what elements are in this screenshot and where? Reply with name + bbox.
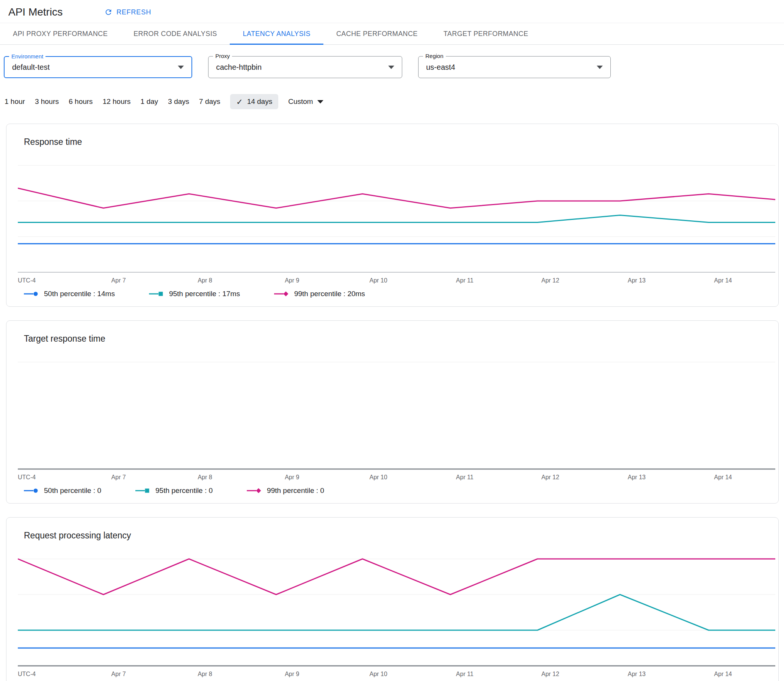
x-tick-label: Apr 7	[111, 474, 126, 481]
legend-item: 50th percentile : 14ms	[24, 290, 115, 298]
chart-svg	[18, 163, 775, 273]
chart-title-target-response-time: Target response time	[24, 334, 775, 344]
tab-bar: API PROXY PERFORMANCE ERROR CODE ANALYSI…	[0, 23, 784, 45]
refresh-button[interactable]: REFRESH	[102, 8, 154, 17]
time-range-3-days[interactable]: 3 days	[168, 97, 189, 106]
tab-cache-performance[interactable]: CACHE PERFORMANCE	[323, 23, 431, 44]
time-range-1-hour[interactable]: 1 hour	[5, 97, 25, 106]
tab-target-performance[interactable]: TARGET PERFORMANCE	[431, 23, 542, 44]
refresh-icon	[104, 8, 112, 16]
series-line-95th-percentile	[18, 215, 775, 223]
page-title: API Metrics	[8, 6, 63, 18]
time-range-3-hours[interactable]: 3 hours	[35, 97, 59, 106]
custom-range-button[interactable]: Custom	[288, 97, 323, 106]
filter-row: Environment default-test Proxy cache-htt…	[4, 56, 784, 78]
legend-label: 99th percentile : 0	[267, 486, 324, 495]
legend-item: 95th percentile : 0	[135, 486, 213, 495]
x-tick-label: Apr 14	[714, 474, 732, 481]
x-tick-label: Apr 7	[111, 671, 126, 678]
target-response-time-chart-plot	[18, 360, 775, 470]
legend-marker-square-icon	[135, 488, 150, 494]
time-range-14-days-selected[interactable]: ✓ 14 days	[230, 94, 278, 109]
x-tick-label: Apr 13	[628, 671, 646, 678]
time-range-7-days[interactable]: 7 days	[199, 97, 220, 106]
time-range-bar: 1 hour 3 hours 6 hours 12 hours 1 day 3 …	[5, 94, 784, 109]
legend-item: 50th percentile : 0	[24, 486, 101, 495]
x-tick-label: Apr 7	[111, 277, 126, 284]
region-select[interactable]: Region us-east4	[418, 56, 611, 78]
dropdown-arrow-icon	[597, 66, 603, 69]
legend-label: 99th percentile : 20ms	[294, 290, 365, 298]
time-range-14-days-label: 14 days	[247, 97, 272, 106]
environment-select[interactable]: Environment default-test	[4, 56, 192, 78]
legend-marker-diamond-icon	[274, 291, 289, 297]
dropdown-arrow-icon	[317, 100, 323, 103]
legend-marker-diamond-icon	[247, 488, 262, 494]
x-tick-label: Apr 11	[456, 671, 474, 678]
x-axis-note: UTC-4	[18, 671, 36, 678]
response-time-x-axis: UTC-4Apr 7Apr 8Apr 9Apr 10Apr 11Apr 12Ap…	[18, 275, 775, 285]
target-response-time-legend: 50th percentile : 095th percentile : 099…	[24, 486, 775, 495]
proxy-value: cache-httpbin	[216, 63, 383, 72]
response-time-legend: 50th percentile : 14ms95th percentile : …	[24, 290, 775, 298]
x-tick-label: Apr 10	[369, 474, 387, 481]
api-metrics-page: API Metrics REFRESH API PROXY PERFORMANC…	[0, 0, 784, 681]
legend-item: 95th percentile : 17ms	[149, 290, 240, 298]
time-range-12-hours[interactable]: 12 hours	[103, 97, 131, 106]
tab-error-code-analysis[interactable]: ERROR CODE ANALYSIS	[120, 23, 230, 44]
request-processing-latency-chart-plot	[18, 557, 775, 667]
x-tick-label: Apr 8	[198, 474, 212, 481]
response-time-card: Response time UTC-4Apr 7Apr 8Apr 9Apr 10…	[6, 124, 779, 307]
response-time-chart-plot	[18, 163, 775, 273]
custom-range-label: Custom	[288, 97, 313, 106]
x-tick-label: Apr 12	[542, 671, 559, 678]
tab-latency-analysis[interactable]: LATENCY ANALYSIS	[230, 23, 323, 44]
chart-title-request-processing-latency: Request processing latency	[24, 531, 775, 541]
page-header: API Metrics REFRESH	[0, 0, 784, 23]
x-tick-label: Apr 11	[456, 277, 474, 284]
chart-title-response-time: Response time	[24, 137, 775, 147]
check-icon: ✓	[236, 98, 243, 106]
region-value: us-east4	[426, 63, 591, 72]
proxy-select[interactable]: Proxy cache-httpbin	[208, 56, 402, 78]
request-processing-latency-card: Request processing latency UTC-4Apr 7Apr…	[6, 517, 779, 681]
legend-label: 95th percentile : 0	[155, 486, 213, 495]
x-tick-label: Apr 14	[714, 671, 732, 678]
x-tick-label: Apr 8	[198, 277, 212, 284]
time-range-1-day[interactable]: 1 day	[141, 97, 158, 106]
x-tick-label: Apr 12	[542, 277, 559, 284]
target-response-time-x-axis: UTC-4Apr 7Apr 8Apr 9Apr 10Apr 11Apr 12Ap…	[18, 472, 775, 482]
target-response-time-card: Target response time UTC-4Apr 7Apr 8Apr …	[6, 320, 779, 504]
legend-marker-square-icon	[149, 291, 164, 297]
dropdown-arrow-icon	[178, 66, 184, 69]
legend-item: 99th percentile : 0	[247, 486, 324, 495]
legend-marker-circle-icon	[24, 291, 39, 297]
x-tick-label: Apr 12	[542, 474, 559, 481]
region-label: Region	[423, 53, 446, 60]
x-tick-label: Apr 13	[628, 474, 646, 481]
time-range-6-hours[interactable]: 6 hours	[69, 97, 92, 106]
x-axis-note: UTC-4	[18, 474, 36, 481]
legend-item: 99th percentile : 20ms	[274, 290, 365, 298]
x-tick-label: Apr 9	[285, 474, 299, 481]
chart-svg	[18, 360, 775, 470]
proxy-label: Proxy	[213, 53, 232, 60]
x-tick-label: Apr 10	[369, 671, 387, 678]
tab-api-proxy-performance[interactable]: API PROXY PERFORMANCE	[0, 23, 120, 44]
chart-svg	[18, 557, 775, 667]
x-tick-label: Apr 8	[198, 671, 212, 678]
request-processing-latency-x-axis: UTC-4Apr 7Apr 8Apr 9Apr 10Apr 11Apr 12Ap…	[18, 669, 775, 679]
refresh-label: REFRESH	[116, 8, 151, 16]
environment-value: default-test	[12, 63, 173, 72]
x-tick-label: Apr 10	[369, 277, 387, 284]
x-axis-note: UTC-4	[18, 277, 36, 284]
legend-marker-circle-icon	[24, 488, 39, 494]
environment-label: Environment	[9, 53, 46, 60]
series-line-99th-percentile	[18, 559, 775, 595]
x-tick-label: Apr 14	[714, 277, 732, 284]
x-tick-label: Apr 13	[628, 277, 646, 284]
series-line-95th-percentile	[18, 595, 775, 630]
legend-label: 95th percentile : 17ms	[169, 290, 240, 298]
x-tick-label: Apr 9	[285, 671, 299, 678]
x-tick-label: Apr 9	[285, 277, 299, 284]
